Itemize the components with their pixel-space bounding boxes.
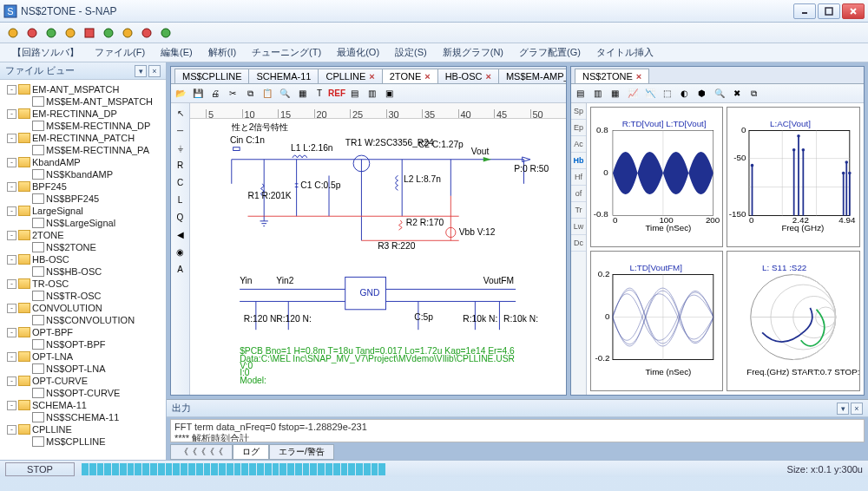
gtool-6-icon[interactable]: ⬚	[660, 86, 675, 101]
output-tab[interactable]: エラー/警告	[269, 444, 334, 460]
tree-item[interactable]: MS$EM-RECTINNA_DP	[2, 120, 164, 132]
tab-close-icon[interactable]: ×	[485, 71, 490, 82]
tab[interactable]: HB-OSC×	[437, 69, 499, 83]
vtool-gnd-icon[interactable]: ⏚	[173, 140, 188, 155]
panel-dropdown-icon[interactable]: ▾	[135, 65, 147, 77]
side-tab[interactable]: Hf	[571, 169, 586, 186]
gtool-2-icon[interactable]: ▥	[590, 86, 606, 101]
tree-item[interactable]: NS$KbandAMP	[2, 168, 164, 180]
tree-item[interactable]: NS$OPT-LNA	[2, 363, 164, 375]
gtool-8-icon[interactable]: ⬢	[694, 86, 710, 101]
tree-item[interactable]: -CONVOLUTION	[2, 302, 164, 314]
vtool-q-icon[interactable]: Q	[173, 209, 188, 225]
tab[interactable]: SCHEMA-11	[248, 69, 319, 83]
maximize-button[interactable]	[818, 3, 840, 19]
tree-item[interactable]: NS$CONVOLUTION	[2, 314, 164, 326]
tree-item[interactable]: NS$TR-OSC	[2, 290, 164, 302]
gtool-copy-icon[interactable]: ⧉	[746, 86, 762, 101]
graph-smith[interactable]: L: S11 :S22	[727, 251, 860, 391]
vtool-probe-icon[interactable]: ◉	[173, 244, 188, 259]
tree-item[interactable]: NS$BPF245	[2, 193, 164, 205]
menu-item[interactable]: 解析(I)	[201, 44, 243, 61]
output-dropdown-icon[interactable]: ▾	[837, 403, 849, 415]
gtool-5-icon[interactable]: 📉	[642, 86, 658, 101]
menu-item[interactable]: チューニング(T)	[245, 44, 328, 61]
menu-item[interactable]: 新規グラフ(N)	[436, 44, 510, 61]
tab-close-icon[interactable]: ×	[636, 71, 641, 82]
menu-item[interactable]: 【回路ソルバ】	[5, 44, 86, 61]
tree-item[interactable]: -SCHEMA-11	[2, 399, 164, 411]
side-tab[interactable]: Sp	[571, 103, 586, 120]
graph-td-voutfm[interactable]: L:TD[VoutFM]	[590, 251, 724, 391]
tab[interactable]: CPLLINE×	[318, 69, 382, 83]
tree-item[interactable]: -LargeSignal	[2, 205, 164, 217]
side-tab[interactable]: Ep	[571, 120, 586, 136]
tree-item[interactable]: -TR-OSC	[2, 278, 164, 290]
gtool-4-icon[interactable]: 📈	[625, 86, 641, 101]
tree-item[interactable]: MS$EM-RECTINNA_PA	[2, 144, 164, 156]
schem-tool-open-icon[interactable]: 📂	[173, 86, 188, 101]
gtool-marker-icon[interactable]: ✖	[729, 86, 745, 101]
gtool-3-icon[interactable]: ▦	[608, 86, 623, 101]
schem-tool-paste-icon[interactable]: 📋	[260, 86, 275, 101]
tree-item[interactable]: -EM-RECTINNA_DP	[2, 108, 164, 120]
tree-item[interactable]: NS$HB-OSC	[2, 265, 164, 278]
tab-close-icon[interactable]: ×	[369, 71, 374, 82]
schem-tool-ref-icon[interactable]: REF	[329, 86, 345, 101]
tool-icon-2[interactable]	[24, 25, 40, 41]
tree-item[interactable]: NS$OPT-CURVE	[2, 387, 164, 399]
output-close-icon[interactable]: ×	[851, 403, 863, 415]
vtool-port-icon[interactable]: ◀	[173, 226, 188, 242]
schematic-canvas[interactable]: 5101520253035404550	[190, 103, 566, 395]
vtool-r-icon[interactable]: R	[173, 157, 188, 173]
close-button[interactable]	[842, 3, 865, 19]
schem-tool-copy-icon[interactable]: ⧉	[242, 86, 258, 101]
tree-item[interactable]: -BPF245	[2, 180, 164, 193]
tree-item[interactable]: -OPT-BPF	[2, 326, 164, 338]
tool-icon-9[interactable]	[158, 25, 174, 41]
tab[interactable]: 2TONE×	[382, 69, 438, 83]
tree-item[interactable]: -OPT-LNA	[2, 350, 164, 363]
side-tab[interactable]: of	[571, 186, 586, 202]
vtool-l-icon[interactable]: L	[173, 192, 188, 207]
tool-icon-8[interactable]	[139, 25, 155, 41]
schem-tool-b-icon[interactable]: ▥	[364, 86, 379, 101]
menu-item[interactable]: タイトル挿入	[589, 44, 661, 61]
file-tree[interactable]: -EM-ANT_MSPATCHMS$EM-ANT_MSPATCH-EM-RECT…	[0, 80, 166, 460]
menu-item[interactable]: ファイル(F)	[88, 44, 152, 61]
tool-icon-1[interactable]	[5, 25, 21, 41]
schem-tool-a-icon[interactable]: ▤	[346, 86, 362, 101]
menu-item[interactable]: 設定(S)	[388, 44, 434, 61]
vtool-wire-icon[interactable]: ─	[173, 122, 188, 138]
schem-tool-cut-icon[interactable]: ✂	[225, 86, 240, 101]
stop-button[interactable]: STOP	[5, 462, 75, 476]
side-tab[interactable]: Ac	[571, 136, 586, 153]
tree-item[interactable]: -2TONE	[2, 229, 164, 241]
tab[interactable]: NS$2TONE×	[575, 69, 649, 83]
tool-icon-4[interactable]	[62, 25, 78, 41]
minimize-button[interactable]	[793, 3, 816, 19]
side-tab[interactable]: Dc	[571, 235, 586, 252]
tool-icon-5[interactable]	[82, 25, 97, 41]
schem-tool-text-icon[interactable]: T	[312, 86, 327, 101]
output-tab[interactable]: 《《《《《	[170, 444, 233, 460]
tree-item[interactable]: -EM-ANT_MSPATCH	[2, 83, 164, 95]
graph-td-vout[interactable]: R:TD[Vout] L:TD[Vout] 0.8 0 -0.8	[590, 107, 724, 247]
output-tab[interactable]: ログ	[233, 444, 269, 460]
vtool-c-icon[interactable]: C	[173, 174, 188, 190]
menu-item[interactable]: グラフ配置(G)	[512, 44, 588, 61]
tree-item[interactable]: NS$2TONE	[2, 241, 164, 253]
tree-item[interactable]: MS$EM-ANT_MSPATCH	[2, 95, 164, 108]
tree-item[interactable]: NS$LargeSignal	[2, 217, 164, 229]
schem-tool-zoom-icon[interactable]: 🔍	[277, 86, 293, 101]
schem-tool-grid-icon[interactable]: ▦	[294, 86, 310, 101]
vtool-text-icon[interactable]: A	[173, 261, 188, 277]
gtool-zoom-icon[interactable]: 🔍	[712, 86, 727, 101]
tree-item[interactable]: -CPLLINE	[2, 423, 164, 435]
schem-tool-print-icon[interactable]: 🖨	[207, 86, 223, 101]
tree-item[interactable]: -OPT-CURVE	[2, 375, 164, 387]
panel-close-icon[interactable]: ×	[148, 65, 161, 77]
gtool-1-icon[interactable]: ▤	[573, 86, 589, 101]
tab-close-icon[interactable]: ×	[424, 71, 430, 82]
tree-item[interactable]: -KbandAMP	[2, 156, 164, 168]
